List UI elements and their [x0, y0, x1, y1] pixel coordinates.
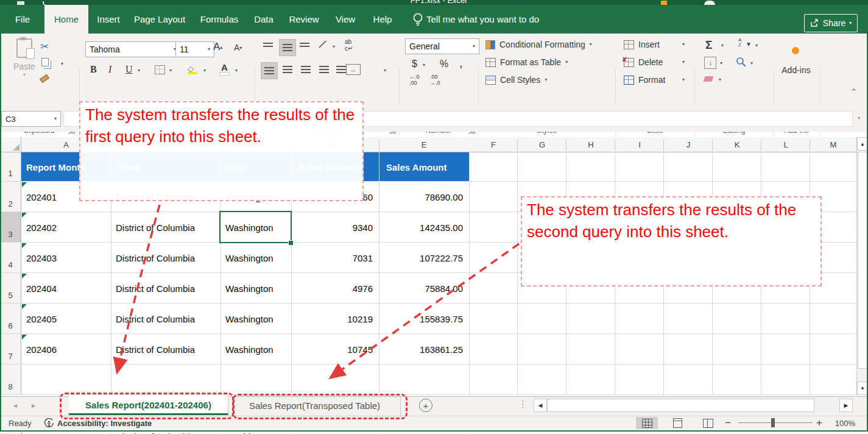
wrap-text-button[interactable]: ab c↵	[345, 38, 353, 52]
format-painter-button[interactable]	[40, 76, 49, 81]
align-center-button[interactable]	[283, 66, 292, 73]
fill-color-button[interactable]: ◇	[188, 63, 197, 74]
tab-data[interactable]: Data	[249, 5, 279, 34]
format-as-table-button[interactable]: Format as Table ▾	[485, 57, 568, 67]
font-size-select[interactable]: 11 ▾	[175, 41, 214, 57]
delete-cells-button[interactable]: ✘ Delete ▾	[624, 57, 685, 67]
grid-cell[interactable]: District of Columbia	[111, 334, 221, 365]
comma-button[interactable]: ,	[459, 56, 463, 70]
chevron-down-icon[interactable]: ▾	[384, 68, 386, 73]
sheet-tab-sales-report-1[interactable]: Sales Report(202401-202406)	[69, 396, 228, 415]
underline-button[interactable]: U	[125, 64, 133, 75]
grid-cell[interactable]: 7031	[291, 243, 379, 273]
copy-button[interactable]	[41, 58, 49, 66]
chevron-down-icon[interactable]: ▾	[203, 68, 206, 73]
grid-cell[interactable]: 202404	[21, 273, 111, 304]
zoom-out-button[interactable]: −	[725, 417, 731, 429]
grid-cell[interactable]: 10745	[291, 334, 379, 365]
number-format-select[interactable]: General ▾	[405, 38, 479, 54]
bold-button[interactable]: B	[90, 64, 97, 75]
align-middle-button[interactable]	[279, 39, 296, 56]
align-bottom-button[interactable]	[300, 43, 309, 47]
row-header-7[interactable]: 7	[0, 334, 21, 365]
decrease-font-button[interactable]: A▾	[234, 43, 242, 52]
grid-cell[interactable]: Washington	[221, 273, 291, 304]
chevron-down-icon[interactable]: ▾	[169, 68, 172, 73]
avatar[interactable]	[704, 1, 715, 5]
currency-button[interactable]: $	[412, 59, 417, 69]
formula-bar-expand-icon[interactable]: ▾	[858, 116, 860, 121]
addins-button[interactable]: Add-ins	[775, 65, 817, 75]
format-cells-button[interactable]: Format ▾	[624, 75, 685, 85]
name-box[interactable]: C3 ▾	[1, 111, 61, 127]
grid-cell[interactable]: Washington	[221, 334, 291, 365]
grid-cell[interactable]: 10219	[291, 304, 379, 334]
clear-eraser-icon[interactable]	[703, 76, 713, 82]
fill-handle[interactable]	[288, 240, 294, 246]
header-cell-sales-amount[interactable]: Sales Amount	[379, 152, 469, 182]
chevron-down-icon[interactable]: ▾	[719, 77, 721, 82]
accessibility-icon[interactable]	[44, 418, 54, 429]
insert-cells-button[interactable]: Insert ▾	[624, 40, 685, 49]
grid-cell[interactable]: Washington	[221, 243, 291, 273]
zoom-slider-track[interactable]	[738, 422, 813, 423]
chevron-down-icon[interactable]: ▾	[423, 63, 425, 68]
zoom-in-button[interactable]: +	[816, 417, 822, 429]
row-header-1[interactable]: 1	[0, 152, 21, 182]
scroll-left-button[interactable]: ◀	[534, 399, 547, 412]
share-button[interactable]: Share ▾	[804, 14, 858, 32]
find-select-icon[interactable]	[736, 57, 747, 68]
tab-review[interactable]: Review	[284, 5, 324, 34]
chevron-down-icon[interactable]: ▾	[333, 44, 335, 49]
increase-decimal-button[interactable]: ←.0 .00	[409, 74, 420, 86]
row-header-6[interactable]: 6	[0, 304, 21, 334]
grid-cell[interactable]: 202402	[21, 212, 111, 243]
sheet-tab-sales-report-2[interactable]: Sales Report(Transposed Table)	[229, 396, 401, 415]
grid-cell[interactable]: District of Columbia	[111, 212, 221, 243]
addins-icon[interactable]	[792, 47, 799, 54]
grid-cell[interactable]: 107222.75	[379, 243, 469, 273]
tab-insert[interactable]: Insert	[91, 5, 125, 34]
fill-down-button[interactable]: ↓	[704, 57, 716, 69]
collapse-ribbon-icon[interactable]: ⌃	[850, 87, 857, 96]
chevron-down-icon[interactable]: ▾	[235, 68, 238, 73]
view-page-layout-button[interactable]	[666, 417, 688, 429]
tab-strip-grip-icon[interactable]: ⋮	[518, 399, 528, 410]
grid-cell[interactable]: 142435.00	[379, 212, 469, 243]
grid-cell[interactable]: 4976	[291, 273, 379, 304]
scroll-right-button[interactable]: ▶	[839, 399, 853, 412]
grid-cell-selected[interactable]: Washington	[221, 212, 291, 243]
decrease-indent-button[interactable]	[319, 66, 329, 73]
tab-page-layout[interactable]: Page Layout	[129, 5, 190, 34]
chevron-down-icon[interactable]: ▾	[750, 61, 753, 66]
align-left-button[interactable]	[261, 62, 278, 79]
chevron-down-icon[interactable]: ▾	[138, 68, 140, 73]
increase-font-button[interactable]: A▴	[213, 41, 222, 53]
conditional-formatting-button[interactable]: Conditional Formatting ▾	[485, 40, 592, 49]
percent-button[interactable]: %	[440, 59, 448, 69]
row-header-2[interactable]: 2	[0, 182, 21, 212]
chevron-down-icon[interactable]: ▾	[721, 43, 724, 48]
grid-cell[interactable]: 78690.00	[379, 182, 469, 212]
increase-indent-button[interactable]	[336, 66, 346, 73]
align-top-button[interactable]	[263, 43, 273, 47]
row-header-3[interactable]: 3	[0, 212, 21, 243]
tab-view[interactable]: View	[330, 5, 361, 34]
row-header-5[interactable]: 5	[0, 273, 21, 304]
grid-cell[interactable]: District of Columbia	[111, 304, 221, 334]
select-all-button[interactable]	[0, 137, 21, 152]
tab-home[interactable]: Home	[44, 5, 88, 34]
grid-cell[interactable]: 75884.00	[379, 273, 469, 304]
zoom-slider-thumb[interactable]	[771, 418, 775, 427]
view-normal-button[interactable]	[636, 417, 658, 429]
grid-cell[interactable]: 163861.25	[379, 334, 469, 365]
paste-button[interactable]: Paste ▾	[10, 38, 39, 77]
sheet-nav-left-icon[interactable]: ◂	[13, 401, 17, 410]
sheet-nav-right-icon[interactable]: ▸	[32, 401, 35, 410]
row-header-8[interactable]: 8	[0, 365, 21, 395]
orientation-button[interactable]	[319, 41, 329, 51]
tab-file[interactable]: File	[6, 5, 39, 34]
tab-formulas[interactable]: Formulas	[196, 5, 242, 34]
view-page-break-button[interactable]	[697, 417, 719, 429]
chevron-down-icon[interactable]: ▾	[755, 43, 758, 48]
